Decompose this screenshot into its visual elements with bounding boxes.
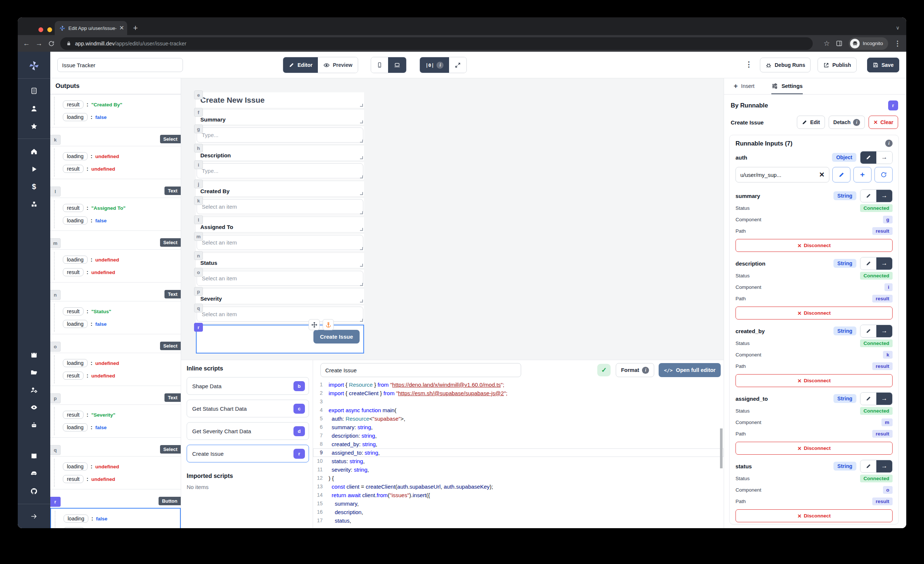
output-key-pill[interactable]: loading xyxy=(63,152,88,160)
detach-button[interactable]: Detachi xyxy=(829,115,865,129)
component-letter-badge[interactable]: p xyxy=(194,287,203,296)
close-tab-icon[interactable]: ✕ xyxy=(119,25,124,31)
code-line[interactable]: 5 auth: Resource<"supabase">, xyxy=(313,414,724,423)
canvas-component-m[interactable]: mSelect an item xyxy=(196,234,364,251)
sidebar-item-home[interactable] xyxy=(18,142,50,160)
code-line[interactable]: 11 severity: string, xyxy=(313,465,724,474)
app-canvas[interactable]: eCreate New IssuefSummarygType...hDescri… xyxy=(181,78,724,360)
code-line[interactable]: 13 const client = createClient(auth.supa… xyxy=(313,482,724,491)
inline-script-item[interactable]: Get Severity Chart Datad xyxy=(187,422,309,440)
canvas-component-p[interactable]: pSeverity xyxy=(196,289,364,304)
add-resource-button[interactable]: + xyxy=(854,167,872,183)
connect-mode-button[interactable]: → xyxy=(876,151,892,164)
sidebar-item-github[interactable] xyxy=(18,482,50,500)
clear-button[interactable]: ✕Clear xyxy=(868,115,898,129)
canvas-field-label[interactable]: Severity xyxy=(196,289,364,304)
side-panel-icon[interactable] xyxy=(836,40,843,47)
debug-runs-button[interactable]: Debug Runs xyxy=(760,58,810,72)
editor-tab[interactable]: Editor xyxy=(283,57,318,73)
tab-chevron-down-icon[interactable]: ∨ xyxy=(896,25,900,31)
anchor-icon[interactable] xyxy=(322,319,334,330)
code-line[interactable]: 10 status: string, xyxy=(313,457,724,465)
reload-icon[interactable] xyxy=(48,40,55,47)
output-key-pill[interactable]: result xyxy=(63,268,84,276)
component-id-badge[interactable]: q xyxy=(50,445,61,455)
static-mode-button[interactable] xyxy=(860,190,876,202)
browser-tab[interactable]: Edit App u/user/issue-tracker | ✕ xyxy=(55,21,127,35)
canvas-select-input[interactable]: Select an item xyxy=(196,271,363,286)
output-key-pill[interactable]: loading xyxy=(63,423,88,431)
sidebar-item-dollar[interactable]: $ xyxy=(18,178,50,196)
connect-mode-button[interactable]: → xyxy=(876,257,892,269)
static-mode-button[interactable] xyxy=(860,257,876,269)
canvas-text-input[interactable]: Type... xyxy=(196,127,363,142)
output-key-pill[interactable]: result xyxy=(63,411,84,419)
toggle-outputs-button[interactable]: |0|i xyxy=(420,57,449,73)
component-id-badge[interactable]: m xyxy=(50,238,61,248)
sidebar-item-building[interactable] xyxy=(18,82,50,100)
output-key-pill[interactable]: loading xyxy=(63,113,88,121)
output-key-pill[interactable]: result xyxy=(63,372,84,380)
selected-button-component[interactable]: Create Issue xyxy=(196,325,364,353)
sidebar-item-calendar[interactable] xyxy=(18,346,50,364)
resize-handle[interactable] xyxy=(360,228,363,231)
component-letter-badge[interactable]: m xyxy=(194,232,203,241)
clear-resource-icon[interactable]: ✕ xyxy=(819,171,825,179)
resize-handle[interactable] xyxy=(360,175,363,178)
address-bar[interactable]: app.windmill.dev/apps/edit/u/user/issue-… xyxy=(60,37,813,50)
component-letter-badge[interactable]: o xyxy=(194,268,203,277)
canvas-field-label[interactable]: Summary xyxy=(196,110,364,124)
canvas-component-l[interactable]: lAssigned To xyxy=(196,217,364,232)
canvas-component-r[interactable]: rCreate Issue xyxy=(196,325,364,353)
code-line[interactable]: 8 created_by: string, xyxy=(313,440,724,449)
bookmark-star-icon[interactable]: ☆ xyxy=(824,40,830,47)
canvas-component-n[interactable]: nStatus xyxy=(196,253,364,268)
browser-menu-icon[interactable]: ⋮ xyxy=(894,40,901,47)
component-letter-badge[interactable]: j xyxy=(194,180,203,188)
canvas-component-o[interactable]: oSelect an item xyxy=(196,269,364,287)
code-line[interactable]: 2import { createClient } from "https://e… xyxy=(313,389,724,397)
inline-script-item[interactable]: Shape Datab xyxy=(187,377,309,395)
auth-resource-input[interactable]: u/user/my_sup... ✕ xyxy=(735,167,830,183)
canvas-component-k[interactable]: kSelect an item xyxy=(196,198,364,215)
sidebar-item-star[interactable] xyxy=(18,117,50,135)
editor-scrollbar[interactable] xyxy=(720,428,723,468)
sidebar-item-book[interactable] xyxy=(18,447,50,465)
resize-handle[interactable] xyxy=(360,283,363,286)
connect-mode-button[interactable]: → xyxy=(876,190,892,202)
sidebar-item-discord[interactable] xyxy=(18,465,50,482)
inline-script-item[interactable]: Create Issuer xyxy=(187,445,309,462)
back-icon[interactable]: ← xyxy=(23,40,30,47)
component-id-badge[interactable]: k xyxy=(50,135,61,145)
code-line[interactable]: 14 return await client.from("issues").in… xyxy=(313,491,724,500)
component-letter-badge[interactable]: i xyxy=(194,160,203,169)
component-id-badge[interactable]: l xyxy=(50,187,61,196)
component-letter-badge[interactable]: e xyxy=(194,90,203,99)
canvas-field-label[interactable]: Description xyxy=(196,145,364,160)
output-key-pill[interactable]: result xyxy=(64,527,84,528)
component-id-badge[interactable]: r xyxy=(50,497,61,507)
component-letter-badge[interactable]: q xyxy=(194,304,203,313)
resize-handle[interactable] xyxy=(360,120,363,123)
mobile-view-button[interactable] xyxy=(371,57,388,73)
output-key-pill[interactable]: loading xyxy=(63,256,88,264)
component-id-badge[interactable]: n xyxy=(50,290,61,300)
output-key-pill[interactable]: loading xyxy=(64,515,88,523)
component-letter-badge[interactable]: l xyxy=(194,215,203,224)
sidebar-item-users-gear[interactable] xyxy=(18,381,50,399)
windmill-logo-icon[interactable] xyxy=(18,57,50,75)
edit-button[interactable]: Edit xyxy=(797,115,825,129)
resize-handle[interactable] xyxy=(360,247,363,250)
create-issue-button[interactable]: Create Issue xyxy=(314,330,360,344)
canvas-component-h[interactable]: hDescription xyxy=(196,145,364,160)
component-letter-badge[interactable]: f xyxy=(194,108,203,117)
sidebar-collapse-button[interactable] xyxy=(18,508,50,525)
code-line[interactable]: 12) { xyxy=(313,474,724,482)
canvas-select-input[interactable]: Select an item xyxy=(196,235,363,250)
component-letter-badge[interactable]: g xyxy=(194,124,203,133)
component-letter-badge[interactable]: k xyxy=(194,196,203,205)
resize-handle[interactable] xyxy=(360,264,363,267)
output-key-pill[interactable]: result xyxy=(63,204,84,212)
disconnect-button[interactable]: ✕Disconnect xyxy=(735,239,892,252)
resize-handle[interactable] xyxy=(360,299,363,302)
